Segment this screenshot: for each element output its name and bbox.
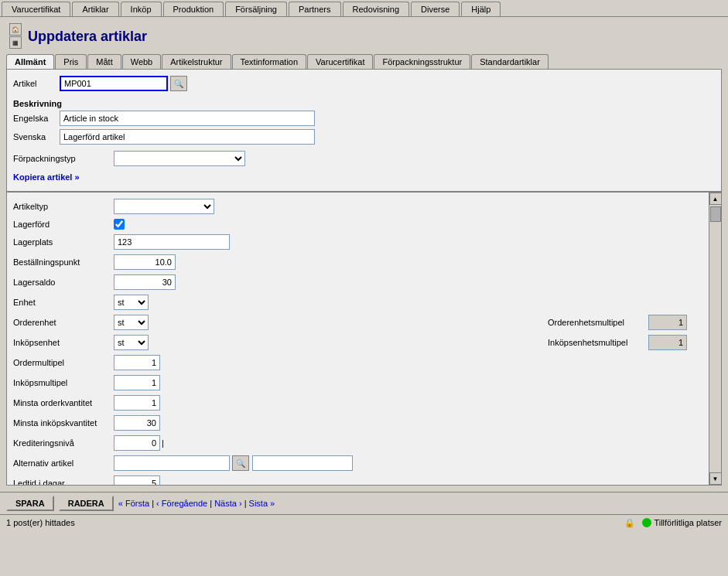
- minsta-orderkvantitet-input[interactable]: [114, 395, 160, 411]
- orderenhetsmultipel-input[interactable]: [648, 315, 687, 330]
- inkopsenhet-label: Inköpsenhet: [13, 338, 114, 347]
- tab-textinformation[interactable]: Textinformation: [232, 54, 307, 69]
- tab-standardartiklar[interactable]: Standardartiklar: [471, 54, 549, 69]
- scrollbar: ▲ ▼: [709, 193, 721, 485]
- nav-first-link[interactable]: « Första: [118, 499, 149, 508]
- tab-strip: Allmänt Pris Mått Webb Artikelstruktur T…: [3, 54, 725, 69]
- green-status-dot: [642, 518, 651, 527]
- tab-pris[interactable]: Pris: [55, 54, 87, 69]
- krediteringsniva-row: Krediteringsnivå |: [13, 435, 702, 451]
- title-bar: 🏠 ▦ Uppdatera artiklar: [3, 20, 725, 53]
- ordermultipel-input[interactable]: [114, 355, 160, 370]
- tab-matt[interactable]: Mått: [87, 54, 121, 69]
- tab-webb[interactable]: Webb: [122, 54, 162, 69]
- bestallningspunkt-label: Beställningspunkt: [13, 257, 114, 267]
- enhet-select[interactable]: st: [114, 295, 149, 310]
- svenska-input[interactable]: [60, 129, 315, 145]
- bestallningspunkt-input[interactable]: [114, 254, 176, 270]
- delete-button[interactable]: RADERA: [59, 496, 114, 511]
- lagersaldo-input[interactable]: [114, 274, 176, 290]
- search-icon-alt: 🔍: [236, 459, 245, 468]
- locations-text: Tillförlitliga platser: [654, 518, 722, 527]
- menu-tab-hjalp[interactable]: Hjälp: [461, 2, 501, 16]
- menu-tab-inkop[interactable]: Inköp: [121, 2, 162, 16]
- inkopsenhet-row: Inköpsenhet st Inköpsenhetsmultipel: [13, 335, 702, 350]
- lagerfords-row: Lagerförd: [13, 219, 702, 230]
- menu-tab-produktion[interactable]: Produktion: [163, 2, 224, 16]
- forpackningstyp-label: Förpackningstyp: [13, 154, 114, 163]
- ordermultipel-label: Ordermultipel: [13, 358, 114, 367]
- artikeltyp-select[interactable]: [114, 199, 214, 214]
- lock-icon: 🔒: [624, 516, 636, 529]
- enhet-label: Enhet: [13, 298, 114, 307]
- nav-links: « Första | ‹ Föregående | Nästa › | Sist…: [118, 499, 275, 508]
- lagerfords-checkbox[interactable]: [114, 219, 125, 230]
- artikel-row: Artikel 🔍: [13, 76, 715, 91]
- nav-last-link[interactable]: Sista »: [249, 499, 275, 508]
- alternativ-artikel-search-button[interactable]: 🔍: [232, 455, 249, 471]
- artikeltyp-label: Artikeltyp: [13, 202, 114, 211]
- artikel-search-button[interactable]: 🔍: [170, 76, 187, 91]
- posts-text: 1 post(er) hittades: [6, 518, 75, 527]
- save-button[interactable]: SPARA: [6, 496, 54, 511]
- lagersaldo-row: Lagersaldo: [13, 274, 702, 290]
- minsta-inkopskvantitet-label: Minsta inköpskvantitet: [13, 418, 114, 428]
- menu-tab-diverse[interactable]: Diverse: [411, 2, 460, 16]
- forpackningstyp-select[interactable]: [114, 151, 245, 166]
- orderenhet-select[interactable]: st: [114, 315, 149, 330]
- menu-tab-artiklar[interactable]: Artiklar: [72, 2, 118, 16]
- bottom-nav: SPARA RADERA « Första | ‹ Föregående | N…: [0, 492, 728, 514]
- inkopsmultipel-row: Inköpsmultipel: [13, 375, 702, 390]
- minsta-orderkvantitet-label: Minsta orderkvantitet: [13, 398, 114, 407]
- tab-artikelstruktur[interactable]: Artikelstruktur: [162, 54, 231, 69]
- alternativ-artikel-desc-input[interactable]: [252, 455, 353, 471]
- alternativ-artikel-label: Alternativ artikel: [13, 458, 114, 468]
- nav-next-link[interactable]: Nästa ›: [214, 499, 241, 508]
- artikel-input[interactable]: [60, 76, 168, 91]
- inkopsenhet-select[interactable]: st: [114, 335, 149, 350]
- menu-tab-redovisning[interactable]: Redovisning: [343, 2, 410, 16]
- tab-forpackningsstruktur[interactable]: Förpackningsstruktur: [374, 54, 470, 69]
- orderenhetsmultipel-label: Orderenhetsmultipel: [548, 318, 648, 327]
- scroll-up-button[interactable]: ▲: [709, 193, 722, 205]
- inkopsmultipel-input[interactable]: [114, 375, 160, 390]
- kopiera-artikel-link[interactable]: Kopiera artikel »: [13, 172, 715, 182]
- scroll-content: Artikeltyp Lagerförd Lagerplats Beställn…: [13, 199, 702, 486]
- inkopsenhet-col: Inköpsenhet st: [13, 335, 548, 350]
- minsta-inkopskvantitet-input[interactable]: [114, 415, 160, 431]
- scroll-thumb[interactable]: [710, 206, 721, 222]
- minsta-inkopskvantitet-row: Minsta inköpskvantitet: [13, 415, 702, 431]
- tab-allman[interactable]: Allmänt: [6, 54, 54, 69]
- alternativ-artikel-input[interactable]: [114, 455, 230, 471]
- engelska-input[interactable]: [60, 111, 315, 126]
- lagerplats-input[interactable]: [114, 234, 230, 250]
- locations-status: Tillförlitliga platser: [642, 518, 722, 527]
- ledtid-input[interactable]: [114, 475, 160, 486]
- menu-tab-partners[interactable]: Partners: [289, 2, 341, 16]
- nav-prev-link[interactable]: ‹ Föregående: [156, 499, 207, 508]
- beskrivning-label: Beskrivning: [13, 99, 715, 108]
- menu-tab-forsaljning[interactable]: Försäljning: [225, 2, 287, 16]
- menu-bar: Varucertifikat Artiklar Inköp Produktion…: [0, 0, 728, 17]
- cursor-indicator: |: [162, 438, 164, 448]
- status-bar: 1 post(er) hittades 🔒 Tillförlitliga pla…: [0, 514, 728, 530]
- artikeltyp-row: Artikeltyp: [13, 199, 702, 214]
- enhet-row: Enhet st: [13, 295, 702, 310]
- svenska-label: Svenska: [13, 132, 60, 141]
- scroll-down-button[interactable]: ▼: [709, 472, 722, 485]
- status-right: 🔒 Tillförlitliga platser: [624, 516, 722, 529]
- grid-icon[interactable]: ▦: [9, 36, 22, 49]
- inkopsenhetsmultipel-input[interactable]: [648, 335, 687, 350]
- menu-tab-varucertifikat[interactable]: Varucertifikat: [2, 2, 70, 16]
- lagerfords-label: Lagerförd: [13, 220, 114, 229]
- page-title: Uppdatera artiklar: [28, 29, 147, 45]
- lagerplats-label: Lagerplats: [13, 237, 114, 247]
- main-area: 🏠 ▦ Uppdatera artiklar Allmänt Pris Mått…: [0, 17, 728, 492]
- inkopsmultipel-label: Inköpsmultipel: [13, 378, 114, 387]
- orderenhet-label: Orderenhet: [13, 318, 114, 327]
- tab-varucertifikat[interactable]: Varucertifikat: [307, 54, 373, 69]
- home-icon[interactable]: 🏠: [9, 23, 22, 36]
- krediteringsniva-input[interactable]: [114, 435, 160, 451]
- search-icon: 🔍: [174, 80, 183, 88]
- artikel-label: Artikel: [13, 79, 60, 88]
